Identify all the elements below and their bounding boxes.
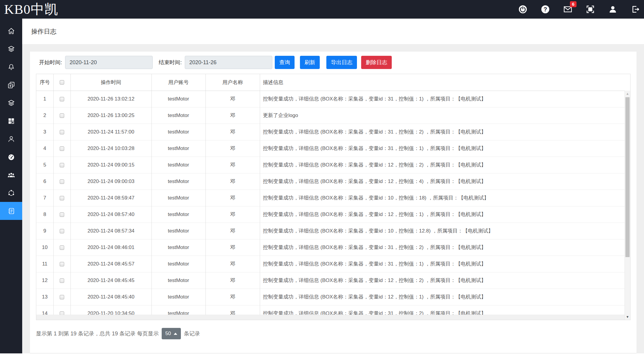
row-index: 7	[36, 190, 53, 206]
scroll-down-arrow-icon[interactable]: ▼	[625, 315, 630, 319]
row-checkbox[interactable]	[60, 212, 64, 217]
row-index: 11	[36, 256, 53, 272]
table-row: 72020-11-24 08:59:47testMotor邓控制变量成功，详细信…	[36, 190, 625, 206]
row-index: 13	[36, 289, 53, 305]
row-checkbox[interactable]	[60, 179, 64, 184]
sidebar-item-stack[interactable]	[0, 94, 22, 112]
row-checkbox[interactable]	[60, 97, 64, 101]
row-time: 2020-11-24 10:03:28	[70, 140, 151, 157]
person-icon	[7, 135, 15, 143]
pagination-summary: 显示第 1 到第 19 条记录，总共 19 条记录 每页显示	[36, 330, 159, 337]
logout-icon[interactable]	[631, 5, 640, 14]
row-checkbox-cell	[53, 256, 70, 272]
page-size-select[interactable]: 50	[162, 328, 181, 339]
row-checkbox[interactable]	[60, 245, 64, 250]
row-time: 2020-11-24 08:57:40	[70, 206, 151, 223]
end-date-input[interactable]	[185, 56, 272, 69]
mail-icon[interactable]: 6	[563, 5, 572, 14]
gauge-icon	[7, 153, 15, 161]
sidebar-item-team[interactable]	[0, 166, 22, 184]
table-row: 132020-11-24 08:45:40testMotor邓控制变量成功，详细…	[36, 289, 625, 305]
row-username: 邓	[205, 91, 260, 107]
team-icon	[7, 171, 15, 179]
row-checkbox[interactable]	[60, 196, 64, 200]
refresh-button[interactable]: 刷新	[300, 56, 320, 69]
row-description: 更新了企业logo	[260, 107, 625, 124]
row-checkbox-cell	[53, 140, 70, 157]
row-account: testMotor	[151, 124, 205, 140]
row-username: 邓	[205, 289, 260, 305]
row-account: testMotor	[151, 239, 205, 256]
row-username: 邓	[205, 157, 260, 173]
row-time: 2020-11-24 08:45:45	[70, 272, 151, 289]
start-date-input[interactable]	[65, 56, 153, 69]
sidebar-item-add-box[interactable]	[0, 76, 22, 94]
power-icon[interactable]	[518, 5, 527, 14]
row-checkbox[interactable]	[60, 146, 64, 151]
row-checkbox[interactable]	[60, 163, 64, 167]
row-checkbox[interactable]	[60, 130, 64, 134]
row-description: 控制变量成功，详细信息 (BOX名称：采集器，变量id：31，控制值：2) ，所…	[260, 305, 625, 315]
header-account: 用户账号	[151, 74, 205, 91]
scroll-up-arrow-icon[interactable]: ▲	[625, 92, 630, 96]
sidebar-item-modules[interactable]	[0, 112, 22, 130]
row-time: 2020-11-26 13:02:12	[70, 91, 151, 107]
export-logs-button[interactable]: 导出日志	[326, 56, 357, 69]
sidebar-item-share[interactable]	[0, 184, 22, 202]
page-size-value: 50	[165, 331, 171, 337]
row-index: 3	[36, 124, 53, 140]
vertical-scrollbar-thumb[interactable]	[625, 97, 630, 257]
row-username: 邓	[205, 256, 260, 272]
pagination-bar: 显示第 1 到第 19 条记录，总共 19 条记录 每页显示 50 条记录	[36, 328, 631, 339]
row-index: 1	[36, 91, 53, 107]
row-description: 控制变量成功，详细信息 (BOX名称：采集器，变量id：31，控制值：1) ，所…	[260, 140, 625, 157]
sidebar-item-home[interactable]	[0, 22, 22, 40]
row-checkbox[interactable]	[60, 278, 64, 283]
row-checkbox[interactable]	[60, 311, 64, 315]
stack-icon	[7, 99, 15, 107]
horizontal-scrollbar[interactable]	[36, 315, 625, 320]
row-index: 12	[36, 272, 53, 289]
row-account: testMotor	[151, 289, 205, 305]
row-checkbox-cell	[53, 272, 70, 289]
row-description: 控制变量成功，详细信息 (BOX名称：采集器，变量id：12，控制值：1) ，所…	[260, 289, 625, 305]
row-index: 6	[36, 173, 53, 190]
fullscreen-icon[interactable]	[586, 5, 595, 14]
sidebar-item-layers[interactable]	[0, 40, 22, 58]
row-checkbox-cell	[53, 206, 70, 223]
row-username: 邓	[205, 305, 260, 315]
filter-bar: 开始时间: 结束时间: 查询 刷新 导出日志 删除日志	[36, 56, 631, 69]
row-index: 9	[36, 223, 53, 239]
row-checkbox-cell	[53, 223, 70, 239]
row-checkbox[interactable]	[60, 295, 64, 299]
row-description: 控制变量成功，详细信息 (BOX名称：采集器，变量id：31，控制值：2) ，所…	[260, 124, 625, 140]
table-row: 62020-11-24 09:00:03testMotor邓控制变量成功，详细信…	[36, 173, 625, 190]
sidebar-item-dashboard[interactable]	[0, 148, 22, 166]
delete-logs-button[interactable]: 删除日志	[361, 56, 392, 69]
end-time-label: 结束时间:	[159, 59, 182, 66]
page-titlebar: 操作日志	[22, 19, 644, 44]
row-checkbox[interactable]	[60, 262, 64, 266]
row-account: testMotor	[151, 223, 205, 239]
row-checkbox[interactable]	[60, 229, 64, 233]
table-header-row: 序号 操作时间 用户账号 用户名称 描述信息	[36, 74, 625, 91]
help-icon[interactable]: ?	[541, 5, 550, 14]
row-checkbox[interactable]	[60, 113, 64, 118]
table-row: 122020-11-24 08:45:45testMotor邓控制变量成功，详细…	[36, 272, 625, 289]
row-time: 2020-11-24 08:45:40	[70, 289, 151, 305]
row-username: 邓	[205, 223, 260, 239]
row-checkbox-cell	[53, 190, 70, 206]
row-time: 2020-11-20 10:34:50	[70, 305, 151, 315]
select-all-checkbox[interactable]	[60, 80, 64, 85]
sidebar-item-account[interactable]	[0, 130, 22, 148]
query-button[interactable]: 查询	[275, 56, 295, 69]
table-row: 92020-11-24 08:57:34testMotor邓控制变量成功，详细信…	[36, 223, 625, 239]
row-checkbox-cell	[53, 124, 70, 140]
row-account: testMotor	[151, 305, 205, 315]
row-username: 邓	[205, 124, 260, 140]
share-network-icon	[7, 189, 15, 197]
vertical-scrollbar[interactable]: ▲ ▼	[625, 91, 630, 320]
sidebar-item-operation-log[interactable]	[0, 202, 22, 220]
sidebar-item-alerts[interactable]	[0, 58, 22, 76]
user-icon[interactable]	[608, 5, 617, 14]
